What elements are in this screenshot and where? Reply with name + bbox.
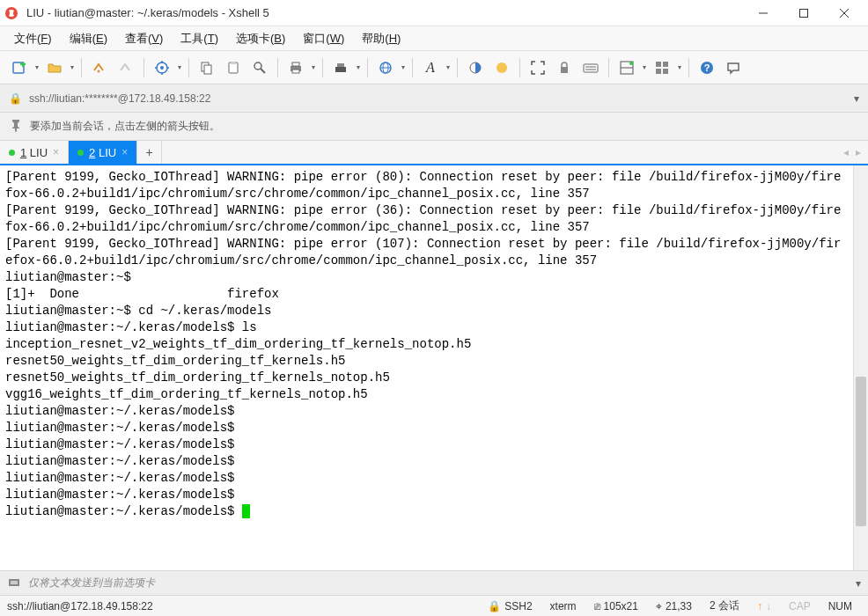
arrow-down-icon: ↓: [766, 600, 771, 612]
tab-label: 2 LIU: [89, 146, 116, 159]
svg-point-26: [497, 62, 507, 73]
pin-icon[interactable]: [9, 118, 23, 135]
window-title: LIU - liutian@master: ~/.keras/models - …: [26, 6, 743, 19]
dropdown-icon[interactable]: ▾: [400, 63, 407, 71]
color-button[interactable]: [463, 55, 488, 80]
session-tab[interactable]: 1 LIU×: [0, 141, 69, 164]
open-button[interactable]: [42, 55, 67, 80]
menu-item[interactable]: 查看(V): [118, 27, 170, 50]
command-bar[interactable]: 仅将文本发送到当前选项卡 ▾: [0, 570, 868, 595]
menu-item[interactable]: 文件(F): [7, 27, 59, 50]
terminal-line: inception_resnet_v2_weights_tf_dim_order…: [5, 336, 848, 353]
svg-text:?: ?: [704, 62, 710, 73]
svg-rect-28: [584, 64, 598, 72]
dropdown-icon[interactable]: ▾: [69, 63, 76, 71]
scrollbar[interactable]: [853, 165, 868, 570]
separator: [277, 58, 278, 77]
terminal-line: [Parent 9199, Gecko_IOThread] WARNING: p…: [5, 202, 848, 236]
menu-item[interactable]: 工具(T): [173, 27, 225, 50]
dropdown-icon[interactable]: ▾: [33, 63, 40, 71]
address-bar[interactable]: 🔒 ssh://liutian:********@172.18.49.158:2…: [0, 84, 868, 113]
close-button[interactable]: [824, 0, 864, 26]
font-button[interactable]: A: [418, 55, 443, 80]
keyboard-button[interactable]: [578, 55, 603, 80]
close-tab-icon[interactable]: ×: [53, 146, 59, 158]
window-controls: [743, 0, 864, 26]
scrollbar-thumb[interactable]: [856, 377, 866, 526]
status-sessions: 2 会话: [701, 598, 748, 613]
transfer-button[interactable]: [328, 55, 353, 80]
svg-rect-18: [292, 62, 299, 66]
separator: [519, 58, 520, 77]
lock-button[interactable]: [552, 55, 577, 80]
status-protocol: 🔒 SSH2: [479, 600, 541, 612]
dropdown-icon[interactable]: ▾: [854, 92, 859, 105]
separator: [81, 58, 82, 77]
highlight-button[interactable]: [489, 55, 514, 80]
dropdown-icon[interactable]: ▾: [641, 63, 648, 71]
separator: [457, 58, 458, 77]
dropdown-icon[interactable]: ▾: [310, 63, 317, 71]
svg-point-8: [98, 70, 100, 72]
tab-next-button[interactable]: ▸: [856, 146, 861, 158]
copy-button[interactable]: [195, 55, 219, 80]
terminal-line: liutian@master:~/.keras/models$: [5, 403, 848, 420]
arrange-button[interactable]: [650, 55, 674, 80]
feedback-button[interactable]: [721, 55, 746, 80]
svg-rect-20: [335, 67, 346, 72]
title-bar: LIU - liutian@master: ~/.keras/models - …: [0, 0, 868, 26]
separator: [188, 58, 189, 77]
fullscreen-button[interactable]: [526, 55, 550, 80]
terminal-line: liutian@master:~$: [5, 269, 848, 286]
svg-rect-14: [231, 62, 236, 64]
layout-button[interactable]: [614, 55, 639, 80]
tab-prev-button[interactable]: ◂: [843, 146, 849, 158]
properties-button[interactable]: [150, 55, 174, 80]
dropdown-icon[interactable]: ▾: [856, 577, 861, 590]
terminal[interactable]: [Parent 9199, Gecko_IOThread] WARNING: p…: [0, 165, 853, 570]
svg-rect-36: [656, 69, 661, 74]
info-text: 要添加当前会话，点击左侧的箭头按钮。: [30, 119, 220, 134]
app-icon: [4, 5, 19, 21]
menu-item[interactable]: 编辑(E): [63, 27, 114, 50]
maximize-button[interactable]: [783, 0, 824, 26]
new-session-button[interactable]: [7, 55, 32, 80]
find-button[interactable]: [247, 55, 272, 80]
dropdown-icon[interactable]: ▾: [355, 63, 362, 71]
add-tab-button[interactable]: +: [137, 141, 162, 164]
svg-rect-2: [800, 9, 808, 17]
terminal-line: liutian@master:~/.keras/models$: [5, 453, 848, 470]
menu-item[interactable]: 帮助(H): [355, 27, 408, 50]
help-button[interactable]: ?: [695, 55, 719, 80]
svg-rect-27: [561, 67, 568, 73]
dropdown-icon[interactable]: ▾: [176, 63, 183, 71]
menu-item[interactable]: 选项卡(B): [229, 27, 292, 50]
print-button[interactable]: [283, 55, 308, 80]
separator: [322, 58, 323, 77]
minimize-button[interactable]: [743, 0, 783, 26]
dropdown-icon[interactable]: ▾: [445, 63, 452, 71]
cursor-icon: ⌖: [656, 600, 662, 612]
status-size: ⎚ 105x21: [585, 600, 647, 612]
paste-button[interactable]: [221, 55, 246, 80]
separator: [143, 58, 144, 77]
tab-strip: 1 LIU×2 LIU× + ◂ ▸: [0, 141, 868, 165]
dropdown-icon[interactable]: ▾: [676, 63, 683, 71]
disconnect-button[interactable]: [114, 55, 138, 80]
svg-rect-35: [663, 62, 668, 67]
status-connection: ssh://liutian@172.18.49.158:22: [7, 600, 479, 612]
menu-item[interactable]: 窗口(W): [296, 27, 351, 50]
status-arrows: ↑ ↓: [748, 600, 780, 612]
svg-rect-21: [337, 63, 344, 67]
web-button[interactable]: [373, 55, 398, 80]
status-cursor: ⌖ 21,33: [647, 600, 701, 612]
terminal-line: liutian@master:~$ cd ~/.keras/models: [5, 303, 848, 319]
terminal-line: liutian@master:~/.keras/models$: [5, 436, 848, 453]
svg-rect-37: [663, 69, 668, 74]
reconnect-button[interactable]: [87, 55, 112, 80]
toolbar: ▾ ▾ ▾ ▾ ▾ ▾ A ▾ ▾ ▾ ?: [0, 51, 868, 84]
close-tab-icon[interactable]: ×: [121, 146, 128, 158]
lock-icon: 🔒: [9, 92, 22, 105]
status-dot-icon: [9, 150, 15, 156]
session-tab[interactable]: 2 LIU×: [69, 141, 137, 164]
